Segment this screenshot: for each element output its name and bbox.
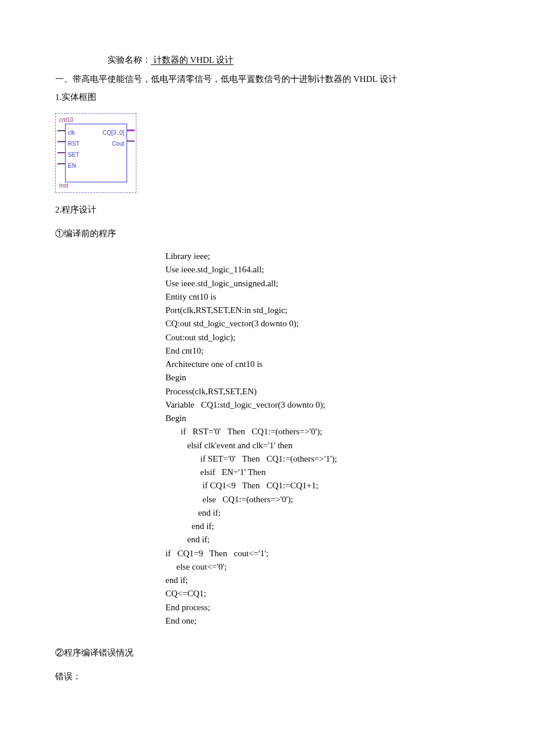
pin-rst: RST	[68, 139, 80, 149]
schematic-inner-box: clk RST SET EN CQ[3..0] Cout	[65, 124, 127, 182]
title-underline: 计数器的 VHDL 设计	[151, 55, 233, 64]
title-prefix: 实验名称：	[107, 55, 151, 64]
pin-line-cq	[127, 129, 135, 131]
pin-line-set	[57, 152, 65, 153]
subsection-1-1: 1.实体框图	[55, 89, 479, 105]
pin-line-clk	[57, 130, 65, 131]
pin-line-en	[57, 163, 65, 164]
pin-set: SET	[68, 150, 79, 160]
pin-en: EN	[68, 161, 76, 171]
entity-schematic: cnt10 inst clk RST SET EN CQ[3..0] Cout	[55, 113, 136, 193]
pin-line-rst	[57, 141, 65, 142]
vhdl-code-block: Library ieee; Use ieee.std_logic_1164.al…	[165, 250, 479, 628]
subsection-1-2-2: ②程序编译错误情况	[55, 645, 479, 661]
subsection-1-2: 2.程序设计	[55, 202, 479, 218]
schematic-outer-box: cnt10 inst clk RST SET EN CQ[3..0] Cout	[55, 113, 136, 193]
pin-clk: clk	[68, 128, 75, 138]
pin-cout: Cout	[112, 139, 124, 149]
section-1-heading: 一、带高电平使能信号，低电平清零信号，低电平置数信号的十进制计数器的 VHDL …	[55, 71, 479, 87]
subsection-1-2-1: ①编译前的程序	[55, 226, 479, 242]
error-label: 错误：	[55, 669, 479, 685]
experiment-title: 实验名称： 计数器的 VHDL 设计	[55, 52, 479, 68]
pin-cq: CQ[3..0]	[103, 128, 124, 138]
pin-line-cout	[127, 141, 135, 142]
title-main: 计数器的 VHDL 设计	[153, 55, 234, 64]
